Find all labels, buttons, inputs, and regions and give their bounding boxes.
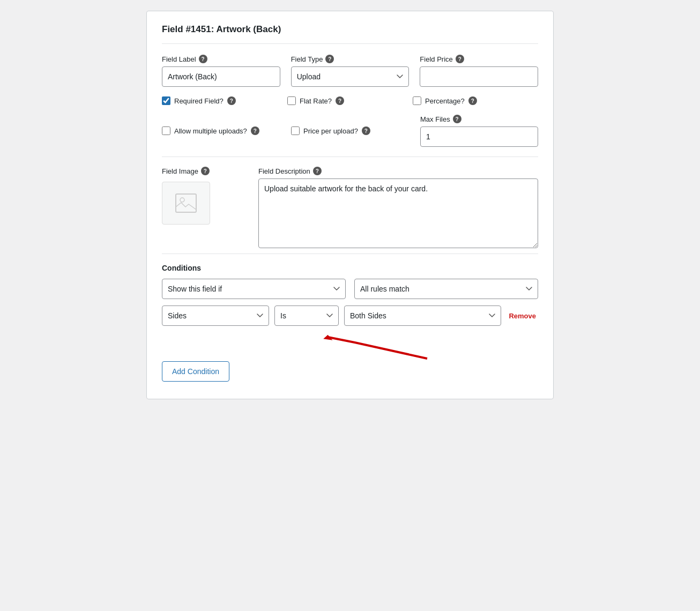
value-select[interactable]: Both Sides Front Only Back Only bbox=[344, 306, 501, 326]
field-price-help-icon[interactable]: ? bbox=[456, 55, 464, 63]
field-price-group: Field Price ? bbox=[420, 55, 538, 87]
value-group: Both Sides Front Only Back Only bbox=[344, 306, 501, 326]
all-rules-match-group: All rules match Any rules match bbox=[354, 279, 538, 299]
flat-rate-checkbox[interactable] bbox=[287, 96, 296, 105]
field-price-label: Field Price ? bbox=[420, 55, 538, 63]
conditions-top-row: Show this field if Hide this field if Al… bbox=[162, 279, 538, 299]
field-type-select[interactable]: Upload Text Select Checkbox Textarea bbox=[291, 66, 409, 87]
field-label-label: Field Label ? bbox=[162, 55, 280, 63]
show-field-if-select[interactable]: Show this field if Hide this field if bbox=[162, 279, 346, 299]
field-image-help-icon[interactable]: ? bbox=[201, 167, 210, 175]
allow-multiple-checkbox[interactable] bbox=[162, 126, 170, 135]
conditions-title: Conditions bbox=[162, 264, 538, 272]
percentage-help-icon[interactable]: ? bbox=[468, 96, 477, 105]
flat-rate-group: Flat Rate? ? bbox=[287, 96, 413, 105]
image-placeholder[interactable] bbox=[162, 182, 210, 225]
percentage-checkbox[interactable] bbox=[413, 96, 421, 105]
field-description-textarea[interactable]: Upload suitable artwork for the back of … bbox=[258, 178, 538, 248]
field-title: Field #1451: Artwork (Back) bbox=[162, 24, 538, 44]
all-rules-match-select[interactable]: All rules match Any rules match bbox=[354, 279, 538, 299]
field-price-input[interactable] bbox=[420, 66, 538, 87]
required-field-group: Required Field? ? bbox=[162, 96, 287, 105]
field-label-input[interactable] bbox=[162, 66, 280, 87]
operator-select[interactable]: Is Is Not bbox=[274, 306, 339, 326]
svg-rect-0 bbox=[176, 194, 196, 212]
price-per-upload-group: Price per upload? ? bbox=[291, 126, 420, 135]
max-files-help-icon[interactable]: ? bbox=[453, 115, 461, 123]
sides-select[interactable]: Sides Front Back bbox=[162, 306, 269, 326]
conditions-section: Conditions Show this field if Hide this … bbox=[162, 264, 538, 382]
percentage-group: Percentage? ? bbox=[413, 96, 538, 105]
max-files-group: Max Files ? bbox=[420, 115, 538, 147]
field-type-group: Field Type ? Upload Text Select Checkbox… bbox=[291, 55, 409, 87]
image-placeholder-icon bbox=[175, 193, 197, 213]
row-image-description: Field Image ? Field Description ? Upload… bbox=[162, 167, 538, 248]
operator-group: Is Is Not bbox=[274, 306, 339, 326]
remove-button[interactable]: Remove bbox=[507, 312, 538, 320]
red-arrow-annotation bbox=[323, 332, 430, 361]
condition-rule-row: Sides Front Back Is Is Not Both Sides Fr… bbox=[162, 306, 538, 326]
required-field-checkbox[interactable] bbox=[162, 96, 170, 105]
price-per-upload-checkbox[interactable] bbox=[291, 126, 300, 135]
field-type-label: Field Type ? bbox=[291, 55, 409, 63]
field-label-help-icon[interactable]: ? bbox=[199, 55, 207, 63]
field-description-label: Field Description ? bbox=[258, 167, 538, 175]
field-image-group: Field Image ? bbox=[162, 167, 248, 248]
add-condition-button[interactable]: Add Condition bbox=[162, 361, 229, 382]
row-checkboxes-1: Required Field? ? Flat Rate? ? Percentag… bbox=[162, 96, 538, 105]
divider-2 bbox=[162, 254, 538, 254]
field-editor-card: Field #1451: Artwork (Back) Field Label … bbox=[146, 11, 554, 399]
required-field-help-icon[interactable]: ? bbox=[227, 96, 236, 105]
max-files-label: Max Files ? bbox=[420, 115, 538, 123]
max-files-input[interactable] bbox=[420, 126, 538, 147]
allow-multiple-help-icon[interactable]: ? bbox=[251, 126, 259, 135]
arrow-container bbox=[162, 329, 538, 361]
price-per-upload-help-icon[interactable]: ? bbox=[362, 126, 370, 135]
allow-multiple-group: Allow multiple uploads? ? bbox=[162, 126, 291, 135]
flat-rate-help-icon[interactable]: ? bbox=[336, 96, 344, 105]
field-label-group: Field Label ? bbox=[162, 55, 280, 87]
field-type-help-icon[interactable]: ? bbox=[325, 55, 334, 63]
row-checkboxes-2: Allow multiple uploads? ? Price per uplo… bbox=[162, 115, 538, 147]
divider-1 bbox=[162, 157, 538, 157]
show-field-if-group: Show this field if Hide this field if bbox=[162, 279, 346, 299]
field-image-label: Field Image ? bbox=[162, 167, 248, 175]
field-description-help-icon[interactable]: ? bbox=[313, 167, 322, 175]
row-label-type-price: Field Label ? Field Type ? Upload Text S… bbox=[162, 55, 538, 87]
sides-group: Sides Front Back bbox=[162, 306, 269, 326]
field-description-group: Field Description ? Upload suitable artw… bbox=[258, 167, 538, 248]
